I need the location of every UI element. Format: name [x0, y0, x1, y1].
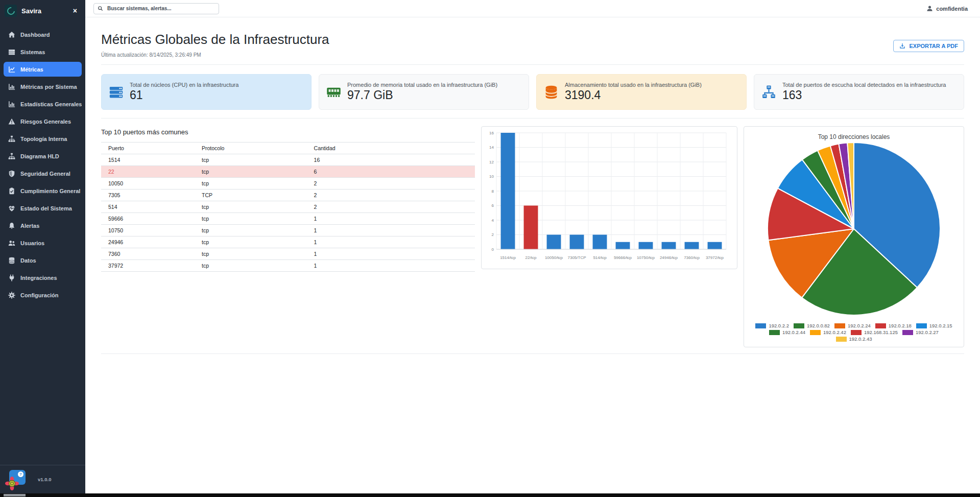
server-icon — [8, 49, 15, 56]
legend-label: 192.0.2.15 — [929, 323, 952, 328]
export-pdf-button[interactable]: EXPORTAR A PDF — [893, 40, 964, 52]
sidebar-item-label: Topología Interna — [20, 136, 67, 142]
flower-logo-icon — [5, 477, 19, 490]
stat-card-1: Promedio de memoria total usado en la in… — [319, 74, 529, 110]
table-cell: 10750 — [101, 225, 195, 236]
legend-label: 192.0.2.44 — [782, 329, 805, 335]
legend-label: 192.0.0.82 — [807, 323, 830, 328]
assistant-avatar[interactable]: ? — [6, 470, 29, 488]
svg-text:4: 4 — [492, 218, 494, 223]
legend-item[interactable]: 192.0.2.44 — [769, 329, 805, 335]
svg-text:24946/tcp: 24946/tcp — [660, 255, 678, 260]
sidebar-item-estadisticas-generales[interactable]: Estadísticas Generales — [4, 97, 82, 111]
legend-item[interactable]: 192.0.2.27 — [902, 329, 939, 335]
legend-swatch — [902, 330, 913, 335]
sidebar-item-label: Cumplimiento General — [20, 188, 80, 194]
database-icon — [8, 257, 15, 264]
bottom-window-edge — [0, 493, 980, 497]
table-row[interactable]: 24946tcp1 — [101, 236, 475, 248]
sidebar-item-estado-del-sistema[interactable]: Estado del Sistema — [4, 201, 82, 216]
table-cell: TCP — [195, 190, 307, 201]
legend-item[interactable]: 192.0.2.18 — [875, 323, 912, 328]
sidebar-item-alertas[interactable]: Alertas — [4, 218, 82, 233]
sidebar-item-label: Dashboard — [20, 32, 50, 38]
table-cell: 1 — [307, 260, 475, 272]
home-icon — [8, 31, 15, 38]
sidebar-item-configuracion[interactable]: Configuración — [4, 288, 82, 302]
search-box[interactable] — [93, 3, 219, 14]
table-cell: 1 — [307, 248, 475, 260]
topbar: comfidentia — [85, 0, 980, 17]
sidebar-item-seguridad-general[interactable]: Seguridad General — [4, 166, 82, 181]
table-cell: 24946 — [101, 236, 195, 248]
user-menu[interactable]: comfidentia — [926, 5, 968, 12]
table-row[interactable]: 1514tcp16 — [101, 154, 475, 166]
stats-row: Total de núcleos (CPU) en la infraestruc… — [101, 74, 964, 110]
sidebar-item-usuarios[interactable]: Usuarios — [4, 235, 82, 250]
legend-item[interactable]: 192.0.0.82 — [794, 323, 830, 328]
sidebar-item-label: Seguridad General — [20, 171, 70, 177]
sidebar-item-diagrama-hld[interactable]: Diagrama HLD — [4, 149, 82, 163]
page-title: Métricas Globales de la Infraestructura — [101, 32, 329, 48]
sidebar-item-datos[interactable]: Datos — [4, 253, 82, 268]
plug-icon — [8, 274, 15, 281]
table-row[interactable]: 59666tcp1 — [101, 213, 475, 225]
table-row[interactable]: 7360tcp1 — [101, 248, 475, 260]
table-cell: 1 — [307, 236, 475, 248]
addresses-pie-chart — [767, 141, 941, 318]
sidebar-item-label: Diagrama HLD — [20, 153, 59, 159]
user-name: comfidentia — [936, 6, 968, 12]
column-header: Puerto — [101, 143, 195, 154]
sidebar-item-dashboard[interactable]: Dashboard — [4, 27, 82, 42]
memory-icon — [326, 85, 341, 100]
legend-item[interactable]: 192.0.2.24 — [834, 323, 871, 328]
stat-label: Total de núcleos (CPU) en la infraestruc… — [130, 82, 238, 88]
svg-text:514/tcp: 514/tcp — [593, 255, 607, 260]
svg-text:8: 8 — [492, 189, 494, 194]
sidebar-nav: DashboardSistemasMétricasMétricas por Si… — [0, 21, 85, 465]
table-cell: tcp — [195, 225, 307, 236]
ports-table-title: Top 10 puertos más comunes — [101, 128, 475, 136]
table-cell: 514 — [101, 201, 195, 213]
server-icon — [109, 85, 124, 100]
table-cell: tcp — [195, 166, 307, 178]
table-cell: 22 — [101, 166, 195, 178]
svg-text:10: 10 — [489, 174, 494, 179]
pie-chart-title: Top 10 direcciones locales — [749, 133, 959, 140]
sitemap-icon — [8, 135, 15, 143]
table-cell: tcp — [195, 178, 307, 190]
legend-item[interactable]: 192.0.2.15 — [916, 323, 952, 328]
sidebar-close-icon[interactable]: × — [71, 6, 79, 15]
table-row[interactable]: 22tcp6 — [101, 166, 475, 178]
table-row[interactable]: 514tcp2 — [101, 201, 475, 213]
table-row[interactable]: 10050tcp2 — [101, 178, 475, 190]
legend-swatch — [875, 323, 886, 328]
sidebar-item-sistemas[interactable]: Sistemas — [4, 44, 82, 59]
user-icon — [926, 5, 933, 12]
svg-text:2: 2 — [492, 232, 494, 237]
sidebar-item-metricas[interactable]: Métricas — [4, 62, 82, 77]
table-row[interactable]: 10750tcp1 — [101, 225, 475, 236]
legend-label: 192.0.2.2 — [769, 323, 789, 328]
sidebar-item-topologia-interna[interactable]: Topología Interna — [4, 131, 82, 146]
app-logo-icon — [5, 5, 17, 17]
table-row[interactable]: 7305TCP2 — [101, 190, 475, 201]
table-row[interactable]: 37972tcp1 — [101, 260, 475, 272]
legend-item[interactable]: 192.168.31.125 — [851, 329, 898, 335]
legend-item[interactable]: 192.0.2.2 — [755, 323, 789, 328]
sitemap-icon — [8, 153, 15, 160]
sidebar-header: Savira × — [0, 0, 85, 21]
stat-label: Almacenamiento total usado en la infraes… — [565, 82, 702, 88]
sidebar-item-label: Alertas — [20, 223, 39, 229]
search-input[interactable] — [106, 5, 215, 12]
sidebar-item-cumplimiento-general[interactable]: Cumplimiento General — [4, 183, 82, 198]
legend-item[interactable]: 192.0.2.43 — [836, 336, 872, 342]
sidebar-item-metricas-por-sistema[interactable]: Métricas por Sistema — [4, 79, 82, 94]
table-cell: tcp — [195, 201, 307, 213]
legend-item[interactable]: 192.0.2.42 — [810, 329, 846, 335]
table-cell: 7305 — [101, 190, 195, 201]
stat-card-3: Total de puertos de escucha local detect… — [754, 74, 964, 110]
sidebar-item-integraciones[interactable]: Integraciones — [4, 270, 82, 285]
sidebar-item-riesgos-generales[interactable]: Riesgos Generales — [4, 114, 82, 129]
legend-label: 192.168.31.125 — [864, 329, 898, 335]
